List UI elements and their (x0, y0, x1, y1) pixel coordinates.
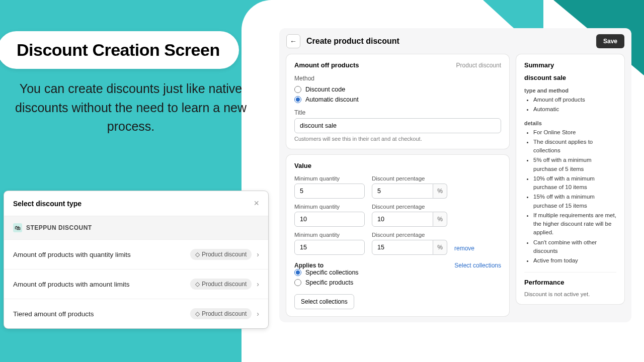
chevron-right-icon: › (257, 310, 259, 318)
discount-type-option[interactable]: Tiered amount off products ◇Product disc… (4, 299, 268, 328)
pct-input[interactable] (372, 184, 433, 199)
summary-type-list: Amount off products Automatic (524, 96, 616, 114)
dialog-title: Select discount type (13, 200, 82, 208)
method-card: Amount off products Product discount Met… (286, 54, 509, 149)
save-button[interactable]: Save (596, 34, 624, 48)
qty-input[interactable] (294, 212, 365, 227)
qty-input[interactable] (294, 184, 365, 199)
marketing-title: Discount Creation Screen (0, 31, 239, 69)
admin-panel: ← Create product discount Save Amount of… (279, 28, 631, 322)
product-discount-badge: ◇Product discount (190, 279, 252, 290)
product-discount-badge: ◇Product discount (190, 249, 252, 260)
type-badge: Product discount (456, 62, 501, 69)
chevron-right-icon: › (257, 250, 259, 258)
qty-input[interactable] (294, 240, 365, 255)
app-header-row: 🛍 STEPPUN DISCOUNT (4, 216, 268, 240)
app-icon: 🛍 (13, 223, 22, 232)
discount-type-option[interactable]: Amount off products with amount limits ◇… (4, 269, 268, 299)
close-icon[interactable]: × (254, 198, 259, 209)
method-radio-auto[interactable]: Automatic discount (294, 96, 501, 103)
discount-type-dialog: Select discount type × 🛍 STEPPUN DISCOUN… (4, 191, 268, 328)
arrow-left-icon: ← (290, 37, 297, 45)
select-collections-button[interactable]: Select collections (294, 294, 354, 309)
summary-details-list: For Online Store The discount applies to… (524, 128, 616, 265)
title-input[interactable] (294, 118, 501, 133)
back-button[interactable]: ← (286, 34, 300, 48)
page-title: Create product discount (306, 37, 399, 46)
applies-radio-products[interactable]: Specific products (294, 279, 501, 286)
tag-icon: ◇ (195, 310, 200, 317)
product-discount-badge: ◇Product discount (190, 308, 252, 319)
remove-tier-link[interactable]: remove (454, 245, 501, 255)
applies-radio-collections[interactable]: Specific collections (294, 269, 501, 276)
chevron-right-icon: › (257, 280, 259, 288)
value-card: Value Minimum quantity Discount percenta… (286, 155, 509, 316)
discount-type-option[interactable]: Amount off products with quantity limits… (4, 240, 268, 269)
pct-input[interactable] (372, 240, 433, 255)
select-collections-link[interactable]: Select collections (454, 262, 501, 269)
pct-input[interactable] (372, 212, 433, 227)
tag-icon: ◇ (195, 251, 200, 258)
summary-name: discount sale (524, 74, 616, 81)
method-radio-code[interactable]: Discount code (294, 86, 501, 93)
marketing-subtitle: You can create discounts just like nativ… (0, 79, 262, 136)
summary-card: Summary discount sale type and method Am… (516, 54, 624, 304)
tag-icon: ◇ (195, 281, 200, 288)
